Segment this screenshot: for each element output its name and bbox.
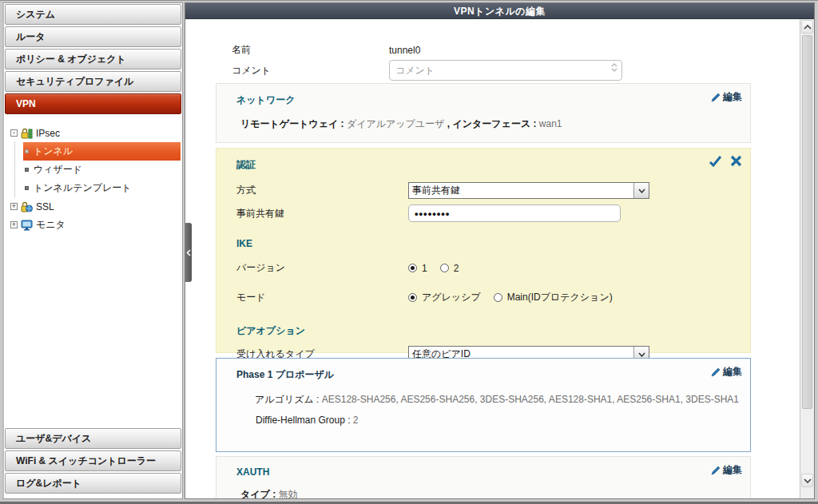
collapse-box-icon[interactable]: - (10, 129, 18, 137)
phase1-edit-button[interactable]: 編集 (711, 365, 742, 379)
psk-row: 事前共有鍵 (236, 204, 741, 222)
scroll-down-button[interactable] (801, 474, 813, 487)
tree-node-tunnel-template[interactable]: トンネルテンプレート (23, 179, 182, 197)
tree-node-monitor[interactable]: + モニタ (10, 216, 182, 234)
interface-value: wan1 (539, 118, 562, 129)
ike-version-row: バージョン 1 2 (236, 261, 741, 275)
algorithms-value: AES128-SHA256, AES256-SHA256, 3DES-SHA25… (322, 394, 739, 405)
xauth-summary: タイプ : 無効 (240, 488, 741, 498)
authentication-section: 認証 方式 事前共有鍵 事前共有鍵 I (216, 148, 751, 353)
interface-label: インターフェース (452, 118, 530, 129)
bullet-icon (25, 168, 29, 172)
network-edit-button[interactable]: 編集 (711, 90, 742, 104)
sidebar: システム ルータ ポリシー & オブジェクト セキュリティプロファイル VPN … (2, 2, 183, 499)
peer-options-title: ピアオプション (236, 324, 741, 338)
method-select[interactable]: 事前共有鍵 (408, 182, 649, 199)
xauth-type-label: タイプ (240, 489, 270, 498)
pencil-icon (711, 367, 721, 377)
mode-aggressive-radio[interactable] (408, 293, 417, 302)
sidebar-item-system[interactable]: システム (5, 4, 181, 25)
dh-group-value: 2 (353, 415, 359, 426)
edit-form-content: 名前 tunnel0 コメント (185, 19, 800, 498)
dh-group-label: Diffie-Hellman Group (256, 415, 345, 426)
auth-title: 認証 (236, 158, 741, 172)
ike-version-2-radio[interactable] (440, 264, 449, 272)
scrollbar-thumb[interactable] (802, 35, 812, 409)
comment-field-wrap (389, 60, 622, 81)
confirm-check-button[interactable] (709, 155, 722, 167)
xauth-section: 編集 XAUTH タイプ : 無効 (216, 456, 751, 498)
ssl-lock-globe-icon (21, 201, 33, 212)
xauth-type-value: 無効 (279, 489, 298, 498)
page-title: VPNトンネルの編集 (185, 3, 814, 19)
mode-aggressive-label: アグレッシブ (422, 291, 481, 304)
name-value: tunnel0 (389, 45, 420, 56)
tree-node-tunnel-template-label: トンネルテンプレート (34, 181, 132, 195)
cancel-x-button[interactable] (730, 155, 742, 167)
expand-box-icon[interactable]: + (10, 221, 18, 228)
phase1-dh-group: Diffie-Hellman Group : 2 (256, 415, 741, 426)
edit-label: 編集 (723, 463, 742, 477)
colon: : (345, 415, 353, 426)
edit-label: 編集 (723, 90, 742, 104)
ipsec-children: トンネル ウィザード トンネルテンプレート (14, 142, 182, 197)
ike-version-label: バージョン (236, 261, 408, 275)
monitor-icon (21, 220, 33, 231)
comment-label: コメント (232, 64, 389, 77)
sidebar-item-security-profiles[interactable]: セキュリティプロファイル (5, 71, 181, 92)
ike-version-1-radio[interactable] (408, 264, 417, 272)
tree-node-tunnel-label: トンネル (34, 145, 73, 158)
network-title: ネットワーク (236, 93, 741, 107)
phase1-proposal-section: 編集 Phase 1 プロポーザル アルゴリズム : AES128-SHA256… (216, 358, 751, 452)
comment-row: コメント (232, 60, 622, 81)
chevron-up-icon (804, 25, 812, 30)
sidebar-item-wifi-switch[interactable]: WiFi & スイッチコントローラー (5, 450, 181, 471)
mode-main-label: Main(IDプロテクション) (507, 291, 613, 304)
pencil-icon (711, 466, 721, 475)
tree-node-monitor-label: モニタ (36, 218, 66, 232)
ipsec-lock-icon (21, 128, 33, 139)
scroll-up-button[interactable] (801, 20, 813, 34)
tree-node-wizard-label: ウィザード (34, 163, 82, 177)
remote-gateway-label: リモートゲートウェイ (240, 118, 338, 129)
method-selected-value: 事前共有鍵 (409, 184, 633, 197)
tree-node-tunnel[interactable]: トンネル (23, 142, 181, 161)
main-panel: VPNトンネルの編集 名前 tunnel0 コメント (185, 2, 815, 499)
check-icon (709, 155, 722, 167)
sidebar-item-router[interactable]: ルータ (5, 26, 181, 47)
x-icon (730, 155, 742, 167)
tree-node-ipsec[interactable]: - IPsec (10, 124, 182, 142)
name-label: 名前 (232, 43, 389, 57)
resize-spinner-icon[interactable] (611, 63, 617, 72)
name-row: 名前 tunnel0 (232, 43, 420, 57)
expand-box-icon[interactable]: + (10, 203, 18, 210)
sidebar-item-log-report[interactable]: ログ&レポート (5, 473, 181, 494)
sidebar-collapse-handle[interactable] (185, 223, 192, 282)
phase1-title: Phase 1 プロポーザル (236, 368, 741, 382)
edit-label: 編集 (723, 365, 742, 379)
tree-node-ssl[interactable]: + SSL (10, 197, 182, 216)
ike-version-2-label: 2 (454, 263, 459, 274)
vertical-scrollbar[interactable] (800, 19, 814, 498)
sidebar-bottom-group: ユーザ&デバイス WiFi & スイッチコントローラー ログ&レポート (4, 427, 182, 495)
psk-input[interactable] (408, 204, 621, 222)
chevron-down-icon (633, 183, 649, 198)
sidebar-item-policy-objects[interactable]: ポリシー & オブジェクト (5, 49, 181, 69)
comma: , (444, 118, 452, 129)
pencil-icon (711, 93, 721, 102)
colon: : (314, 394, 322, 405)
vpn-tree: - IPsec トンネル (4, 116, 182, 234)
colon: : (338, 118, 347, 129)
sidebar-item-user-device[interactable]: ユーザ&デバイス (5, 428, 181, 449)
ike-version-1-label: 1 (422, 263, 427, 274)
phase1-algorithms: アルゴリズム : AES128-SHA256, AES256-SHA256, 3… (240, 393, 741, 407)
colon: : (270, 489, 279, 498)
xauth-edit-button[interactable]: 編集 (711, 463, 742, 477)
method-row: 方式 事前共有鍵 (236, 182, 741, 199)
mode-main-radio[interactable] (494, 293, 502, 302)
bullet-icon (25, 149, 29, 153)
colon: : (530, 118, 539, 129)
comment-input[interactable] (390, 65, 594, 76)
sidebar-item-vpn[interactable]: VPN (5, 93, 181, 114)
tree-node-wizard[interactable]: ウィザード (23, 161, 182, 179)
